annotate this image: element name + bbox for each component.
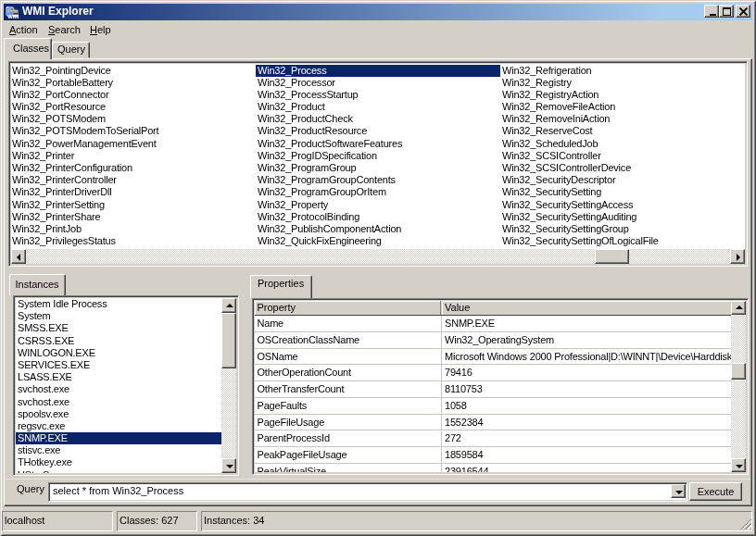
svg-text:WMI: WMI — [7, 14, 19, 19]
